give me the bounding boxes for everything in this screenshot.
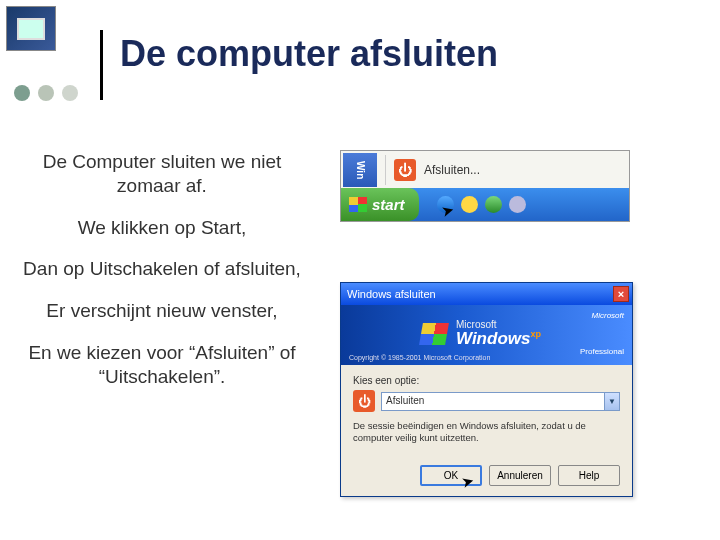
outlook-icon[interactable] (461, 196, 478, 213)
cancel-button[interactable]: Annuleren (489, 465, 551, 486)
power-icon: ⏻ (353, 390, 375, 412)
start-button[interactable]: start (341, 188, 419, 221)
screenshot-start-menu: Win ⏻ Afsluiten... start ➤ (340, 150, 630, 222)
help-button[interactable]: Help (558, 465, 620, 486)
slide-thumbnail (6, 6, 56, 51)
power-icon: ⏻ (394, 159, 416, 181)
bullet-1: De Computer sluiten we niet zomaar af. (22, 150, 302, 198)
slide-body-text: De Computer sluiten we niet zomaar af. W… (22, 150, 302, 406)
windows-flag-icon (419, 323, 449, 345)
bullet-5: En we kiezen voor “Afsluiten” of “Uitsch… (22, 341, 302, 389)
dialog-banner: Microsoft Windowsxp Professional Microso… (341, 305, 632, 365)
bullet-3: Dan op Uitschakelen of afsluiten, (22, 257, 302, 281)
decor-dots (14, 85, 78, 101)
start-menu-item-afsluiten[interactable]: Afsluiten... (424, 163, 480, 177)
banner-copyright: Copyright © 1985-2001 Microsoft Corporat… (349, 354, 490, 361)
dialog-body: Kies een optie: ⏻ Afsluiten ▼ De sessie … (341, 365, 632, 460)
windows-sidebar-label: Win (343, 153, 377, 187)
banner-edition: Professional (580, 347, 624, 356)
ie-icon[interactable] (437, 196, 454, 213)
bullet-2: We klikken op Start, (22, 216, 302, 240)
screenshot-shutdown-dialog: Windows afsluiten × Microsoft Windowsxp … (340, 282, 633, 497)
dialog-prompt: Kies een optie: (353, 375, 620, 386)
dialog-buttons: OK Annuleren Help (420, 465, 620, 486)
slide-title: De computer afsluiten (120, 33, 700, 75)
dialog-titlebar: Windows afsluiten × (341, 283, 632, 305)
start-button-label: start (372, 196, 405, 213)
option-dropdown[interactable]: Afsluiten ▼ (381, 392, 620, 411)
dialog-select-row: ⏻ Afsluiten ▼ (353, 390, 620, 412)
decor-vertical-line (100, 30, 103, 100)
media-icon[interactable] (509, 196, 526, 213)
taskbar: start (341, 188, 629, 221)
bullet-4: Er verschijnt nieuw venster, (22, 299, 302, 323)
quicklaunch-icons (437, 196, 526, 213)
windows-flag-icon (349, 197, 367, 212)
close-button[interactable]: × (613, 286, 629, 302)
dialog-title-text: Windows afsluiten (347, 288, 436, 300)
ok-button[interactable]: OK (420, 465, 482, 486)
dialog-description: De sessie beëindigen en Windows afsluite… (353, 420, 620, 444)
chevron-down-icon: ▼ (604, 393, 619, 410)
separator (385, 155, 386, 185)
desktop-icon[interactable] (485, 196, 502, 213)
start-menu-row: Win ⏻ Afsluiten... (341, 151, 629, 189)
banner-microsoft: Microsoft (592, 311, 624, 320)
dropdown-selected: Afsluiten (386, 395, 424, 406)
banner-product: Windowsxp (456, 329, 541, 349)
